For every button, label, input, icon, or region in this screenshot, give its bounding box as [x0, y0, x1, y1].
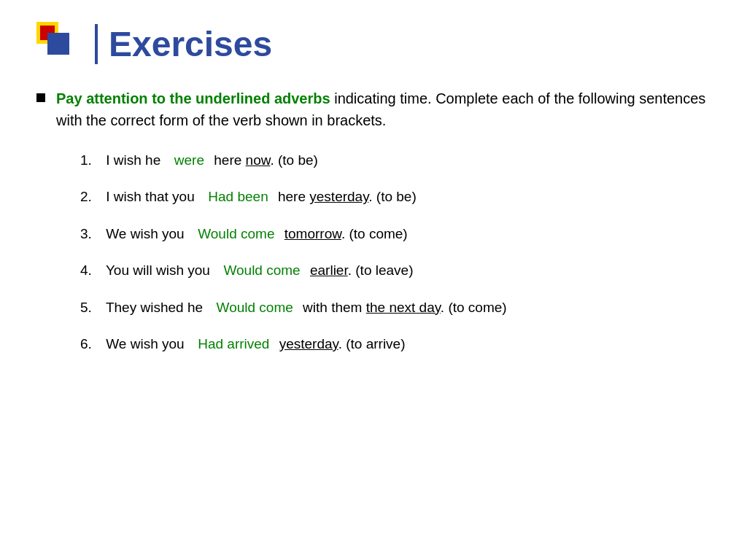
instruction-text: Pay attention to the underlined adverbs …	[56, 88, 711, 131]
exercise-answer-1: were	[174, 149, 204, 171]
instruction-highlighted: Pay attention to the underlined adverbs	[56, 90, 330, 106]
page-title: Exercises	[95, 24, 272, 64]
exercise-prefix-3: We wish you	[102, 223, 192, 245]
underlined-word-5: the next day	[366, 300, 441, 315]
exercise-answer-6: Had arrived	[198, 333, 269, 355]
exercise-prefix-6: We wish you	[102, 333, 192, 355]
exercise-suffix-6: yesterday. (to arrive)	[275, 333, 405, 355]
exercise-prefix-4: You will wish you	[102, 260, 217, 281]
exercise-number-6: 6.	[80, 333, 102, 355]
exercise-prefix-5: They wished he	[102, 297, 211, 319]
instruction-block: Pay attention to the underlined adverbs …	[36, 88, 711, 131]
exercise-item-3: 3. We wish you Would come tomorrow. (to …	[80, 223, 711, 245]
exercise-item-2: 2. I wish that you Had been here yesterd…	[80, 186, 711, 208]
exercise-suffix-5: with them the next day. (to come)	[299, 297, 507, 319]
underlined-word-1: now	[246, 152, 271, 168]
exercise-suffix-2: here yesterday. (to be)	[274, 186, 417, 208]
exercise-answer-2: Had been	[208, 186, 268, 208]
exercise-item-1: 1. I wish he were here now. (to be)	[80, 149, 711, 171]
exercise-number-1: 1.	[80, 149, 102, 171]
underlined-word-2: yesterday	[309, 189, 368, 204]
exercise-number-2: 2.	[80, 186, 102, 208]
underlined-word-4: earlier	[310, 262, 348, 278]
underlined-word-6: yesterday	[279, 336, 338, 351]
header: Exercises	[36, 22, 711, 66]
exercise-suffix-1: here now. (to be)	[210, 149, 318, 171]
exercise-number-4: 4.	[80, 260, 102, 281]
exercise-number-5: 5.	[80, 297, 102, 319]
bullet-icon	[36, 93, 45, 102]
exercise-answer-3: Would come	[198, 223, 274, 245]
exercise-item-5: 5. They wished he Would come with them t…	[80, 297, 711, 319]
exercise-prefix-2: I wish that you	[102, 186, 202, 208]
exercise-prefix-1: I wish he	[102, 149, 169, 171]
underlined-word-3: tomorrow	[285, 226, 341, 241]
slide: Exercises Pay attention to the underline…	[0, 0, 747, 560]
exercise-answer-5: Would come	[217, 297, 293, 319]
exercise-item-4: 4. You will wish you Would come earlier.…	[80, 260, 711, 281]
block-blue	[47, 33, 69, 55]
exercises-list: 1. I wish he were here now. (to be) 2. I…	[36, 149, 711, 355]
logo-blocks	[36, 22, 80, 66]
exercise-number-3: 3.	[80, 223, 102, 245]
exercise-suffix-4: earlier. (to leave)	[306, 260, 414, 281]
exercise-answer-4: Would come	[223, 260, 300, 281]
exercise-item-6: 6. We wish you Had arrived yesterday. (t…	[80, 333, 711, 355]
exercise-suffix-3: tomorrow. (to come)	[280, 223, 407, 245]
